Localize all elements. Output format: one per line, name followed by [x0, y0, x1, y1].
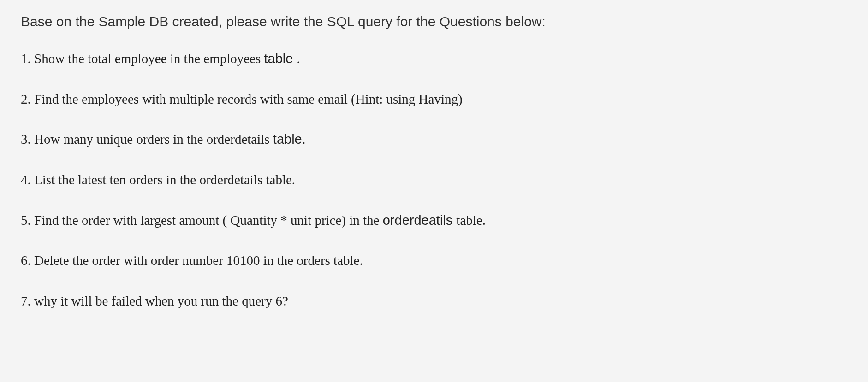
question-3: 3. How many unique orders in the orderde… [21, 131, 847, 148]
question-6: 6. Delete the order with order number 10… [21, 252, 847, 270]
question-3-text: 3. How many unique orders in the orderde… [21, 132, 273, 147]
intro-text: Base on the Sample DB created, please wr… [21, 14, 847, 29]
question-1: 1. Show the total employee in the employ… [21, 50, 847, 68]
question-5-table-word: orderdeatils [383, 213, 457, 228]
question-4: 4. List the latest ten orders in the ord… [21, 171, 847, 189]
question-3-table-word: table. [273, 132, 306, 147]
question-5-suffix: table. [456, 213, 486, 228]
question-1-text: 1. Show the total employee in the employ… [21, 51, 264, 66]
question-7: 7. why it will be failed when you run th… [21, 293, 847, 310]
question-1-table-word: table [264, 51, 297, 66]
question-5: 5. Find the order with largest amount ( … [21, 212, 847, 229]
question-2: 2. Find the employees with multiple reco… [21, 91, 847, 108]
question-1-suffix: . [297, 51, 300, 66]
question-5-text: 5. Find the order with largest amount ( … [21, 213, 383, 228]
